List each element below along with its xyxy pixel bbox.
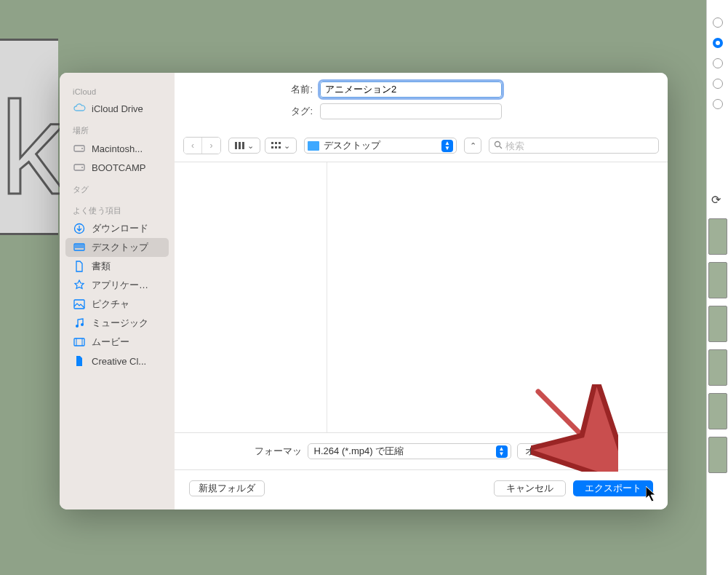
sidebar-item[interactable]: デスクトップ — [65, 238, 169, 257]
background-letter: k — [0, 73, 65, 223]
svg-rect-18 — [279, 142, 281, 144]
format-dropdown[interactable]: H.264 (*.mp4) で圧縮 ▲▼ — [308, 443, 511, 459]
panel-thumbnail[interactable] — [708, 437, 727, 473]
icon-view-button[interactable]: ⌄ — [265, 138, 297, 154]
cancel-button[interactable]: キャンセル — [494, 480, 566, 496]
svg-rect-16 — [271, 142, 273, 144]
download-icon — [73, 222, 86, 235]
svg-point-3 — [81, 167, 83, 168]
right-side-panel: ⟳ — [706, 0, 728, 575]
panel-radio[interactable] — [713, 79, 723, 89]
panel-thumbnail[interactable] — [708, 349, 727, 386]
format-value: H.264 (*.mp4) で圧縮 — [314, 445, 496, 458]
toolbar: ‹ › ⌄ ⌄ — [175, 134, 668, 162]
svg-point-9 — [81, 323, 84, 326]
file-browser[interactable] — [175, 162, 668, 432]
svg-rect-19 — [271, 146, 273, 148]
dialog-footer: 新規フォルダ キャンセル エクスポート — [175, 469, 668, 509]
sidebar-item[interactable]: ダウンロード — [60, 219, 175, 238]
sidebar-section-header: iCloud — [60, 80, 175, 99]
svg-point-22 — [495, 141, 500, 146]
svg-rect-6 — [75, 245, 84, 248]
sidebar-item[interactable]: ムービー — [60, 333, 175, 352]
folder-icon — [308, 141, 319, 151]
tag-input[interactable] — [320, 103, 502, 119]
cloud-icon — [73, 102, 86, 115]
panel-thumbnail[interactable] — [708, 218, 727, 255]
tag-label: タグ: — [175, 105, 320, 118]
sidebar-item-label: ピクチャ — [92, 298, 129, 311]
music-icon — [73, 317, 86, 330]
save-dialog: iCloudiCloud Drive場所Macintosh...BOOTCAMP… — [60, 73, 668, 509]
svg-rect-20 — [275, 146, 277, 148]
search-icon — [494, 140, 503, 151]
export-button[interactable]: エクスポート — [573, 480, 653, 496]
picture-icon — [73, 298, 86, 311]
sidebar-item-label: Creative Cl... — [92, 356, 146, 367]
sidebar-item[interactable]: ピクチャ — [60, 295, 175, 314]
format-label: フォーマッ — [255, 445, 302, 458]
new-folder-button[interactable]: 新規フォルダ — [189, 480, 265, 496]
sidebar-item[interactable]: Macintosh... — [60, 139, 175, 158]
sidebar-item[interactable]: iCloud Drive — [60, 99, 175, 118]
sidebar-item[interactable]: BOOTCAMP — [60, 158, 175, 177]
disk-icon — [73, 142, 86, 155]
sidebar-section-header: タグ — [60, 177, 175, 198]
file-column — [327, 162, 668, 432]
options-button[interactable]: オプション... — [517, 443, 588, 459]
back-button[interactable]: ‹ — [184, 138, 202, 154]
panel-radio[interactable] — [713, 58, 723, 68]
panel-radio[interactable] — [713, 17, 723, 28]
sidebar-section-header: 場所 — [60, 118, 175, 139]
sidebar-item-label: iCloud Drive — [92, 103, 143, 114]
svg-line-23 — [500, 146, 502, 148]
movie-icon — [73, 336, 86, 349]
sidebar-item[interactable]: アプリケー… — [60, 276, 175, 295]
svg-rect-15 — [242, 142, 244, 149]
document-icon — [73, 260, 86, 273]
refresh-icon[interactable]: ⟳ — [711, 193, 721, 207]
svg-rect-10 — [74, 338, 84, 346]
file-column — [175, 162, 327, 432]
app-icon — [73, 279, 86, 292]
sidebar-item-label: ムービー — [92, 336, 129, 349]
format-section: フォーマッ H.264 (*.mp4) で圧縮 ▲▼ オプション... — [175, 432, 668, 469]
sidebar-item-label: 書類 — [92, 260, 111, 273]
sidebar-item-label: BOOTCAMP — [92, 162, 145, 173]
search-box[interactable] — [489, 138, 659, 154]
sidebar-item-label: ダウンロード — [92, 222, 148, 235]
panel-thumbnail[interactable] — [708, 306, 727, 342]
svg-point-8 — [76, 325, 79, 328]
svg-point-1 — [81, 148, 83, 149]
svg-rect-21 — [279, 146, 281, 148]
sidebar-item-label: ミュージック — [92, 317, 148, 330]
dropdown-arrows-icon: ▲▼ — [441, 140, 453, 152]
sidebar-item-label: アプリケー… — [92, 279, 148, 292]
name-input[interactable] — [320, 82, 502, 98]
svg-rect-14 — [239, 142, 241, 149]
panel-thumbnail[interactable] — [708, 262, 727, 298]
sidebar-item-label: Macintosh... — [92, 143, 143, 154]
sidebar: iCloudiCloud Drive場所Macintosh...BOOTCAMP… — [60, 73, 175, 509]
sidebar-item[interactable]: 書類 — [60, 257, 175, 276]
name-label: 名前: — [175, 83, 320, 96]
desktop-icon — [73, 241, 86, 254]
forward-button[interactable]: › — [202, 138, 220, 154]
svg-rect-17 — [275, 142, 277, 144]
location-dropdown[interactable]: デスクトップ ▲▼ — [304, 138, 457, 154]
panel-thumbnail[interactable] — [708, 393, 727, 429]
sidebar-item-label: デスクトップ — [92, 241, 148, 254]
sidebar-section-header: よく使う項目 — [60, 198, 175, 219]
location-label: デスクトップ — [324, 139, 437, 152]
dropdown-arrows-icon: ▲▼ — [496, 445, 508, 458]
up-directory-button[interactable]: ⌃ — [464, 138, 481, 154]
svg-rect-13 — [235, 142, 237, 149]
sidebar-item[interactable]: Creative Cl... — [60, 352, 175, 370]
column-view-button[interactable]: ⌄ — [228, 138, 260, 154]
svg-rect-7 — [74, 300, 84, 309]
file-icon — [73, 354, 86, 368]
panel-radio[interactable] — [713, 99, 723, 109]
sidebar-item[interactable]: ミュージック — [60, 314, 175, 333]
search-input[interactable] — [505, 140, 654, 151]
panel-radio-selected[interactable] — [713, 38, 723, 48]
